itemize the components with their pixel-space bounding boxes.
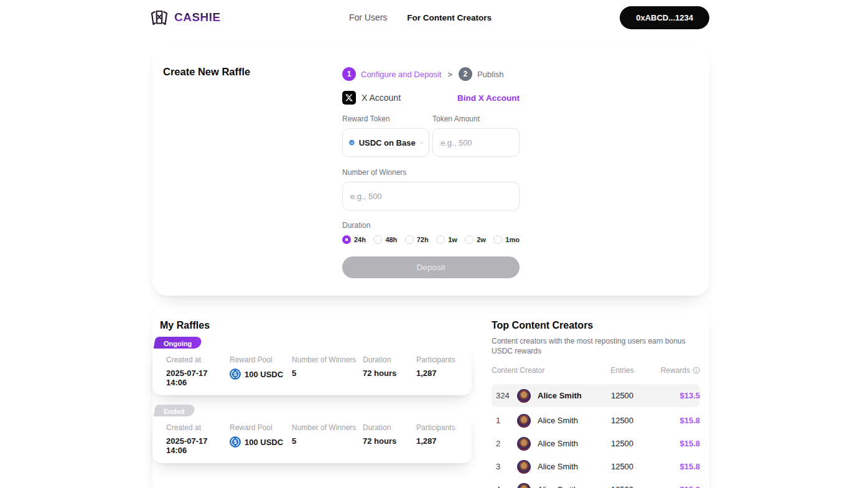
main-nav: For Users For Content Creators	[221, 12, 620, 22]
brand-logo[interactable]: CASHIE	[149, 7, 221, 27]
winners-label: Number of Winners	[342, 168, 520, 177]
duration-radio-1mo[interactable]: 1mo	[493, 235, 520, 244]
reward-token-field: Reward Token $ USDC on Base	[342, 115, 429, 157]
deposit-button[interactable]: Deposit	[342, 256, 520, 278]
creator-row[interactable]: 4 Alice Smith 12500 $15.8	[492, 478, 700, 488]
top-creators-subtitle: Content creators with the most reposting…	[492, 336, 698, 356]
x-account-row: X Account Bind X Account	[342, 91, 520, 105]
duration-radio-1w[interactable]: 1w	[436, 235, 457, 244]
my-raffles-title: My Raffles	[160, 320, 473, 331]
token-amount-label: Token Amount	[432, 115, 520, 123]
raffle-participants-stat: Participants 1,287	[416, 355, 459, 387]
radio-icon	[465, 235, 474, 244]
wallet-address-button[interactable]: 0xABCD...1234	[620, 6, 709, 29]
creator-row[interactable]: 324 Alice Smith 12500 $13.5	[492, 384, 700, 407]
status-badge: Ongoing	[154, 337, 203, 349]
top-creators-section: Top Content Creators Content creators wi…	[492, 320, 700, 488]
duration-options: 24h 48h 72h 1w	[342, 235, 520, 244]
token-amount-input[interactable]	[432, 128, 520, 157]
token-amount-field: Token Amount	[432, 115, 520, 157]
raffle-card[interactable]: Created at 2025-07-17 14:06 Reward Pool …	[152, 415, 472, 463]
creators-table-header: Content Creator Entries Rewards	[492, 366, 700, 375]
radio-icon	[342, 235, 351, 244]
creator-row[interactable]: 1 Alice Smith 12500 $15.8	[492, 409, 700, 432]
winners-input[interactable]	[342, 182, 520, 210]
token-fields-row: Reward Token $ USDC on Base	[342, 115, 520, 157]
step-1-circle: 1	[342, 67, 356, 81]
chevron-right-icon: >	[447, 70, 452, 79]
chevron-down-icon	[420, 141, 423, 145]
reward-token-value: USDC on Base	[359, 138, 416, 148]
radio-icon	[493, 235, 502, 244]
avatar	[517, 483, 531, 488]
raffle-duration-stat: Duration 72 hours	[363, 423, 416, 455]
bind-x-account-link[interactable]: Bind X Account	[457, 93, 520, 103]
create-raffle-card: Create New Raffle 1 Configure and Deposi…	[152, 47, 709, 296]
raffle-pool-stat: Reward Pool $ 100 USDC	[230, 355, 292, 387]
creator-row[interactable]: 2 Alice Smith 12500 $15.8	[492, 432, 700, 455]
avatar	[517, 437, 531, 451]
duration-radio-72h[interactable]: 72h	[405, 235, 429, 244]
usdc-icon: $	[230, 368, 241, 380]
x-logo-icon	[342, 91, 356, 105]
step-1-label: Configure and Deposit	[361, 70, 441, 79]
duration-label: Duration	[342, 221, 520, 230]
radio-icon	[436, 235, 445, 244]
raffle-winners-stat: Number of Winners 5	[292, 355, 363, 387]
x-account-label: X Account	[362, 93, 401, 103]
ticket-logo-icon	[149, 7, 169, 27]
top-creators-title: Top Content Creators	[492, 320, 700, 331]
create-raffle-form: 1 Configure and Deposit > 2 Publish X Ac…	[342, 47, 520, 278]
stepper: 1 Configure and Deposit > 2 Publish	[342, 67, 520, 81]
usdc-icon: $	[349, 137, 355, 148]
avatar	[517, 389, 531, 403]
raffle-duration-stat: Duration 72 hours	[363, 355, 416, 387]
reward-token-label: Reward Token	[342, 115, 429, 123]
raffle-item: Ended Created at 2025-07-17 14:06 Reward…	[152, 405, 473, 463]
create-raffle-title: Create New Raffle	[163, 66, 250, 78]
usdc-icon: $	[230, 436, 241, 448]
my-raffles-section: My Raffles Ongoing Created at 2025-07-17…	[152, 320, 473, 488]
duration-radio-24h[interactable]: 24h	[342, 235, 366, 244]
avatar	[517, 414, 531, 428]
brand-name: CASHIE	[174, 11, 221, 24]
duration-field: Duration 24h 48h 72h	[342, 221, 520, 244]
svg-text:$: $	[233, 371, 236, 377]
top-nav: CASHIE For Users For Content Creators 0x…	[0, 0, 868, 35]
creator-row[interactable]: 3 Alice Smith 12500 $15.8	[492, 455, 700, 478]
raffle-card[interactable]: Created at 2025-07-17 14:06 Reward Pool …	[152, 347, 472, 395]
duration-radio-2w[interactable]: 2w	[465, 235, 486, 244]
svg-text:$: $	[233, 439, 236, 445]
radio-icon	[373, 235, 382, 244]
status-badge: Ended	[154, 405, 195, 416]
nav-for-users[interactable]: For Users	[349, 12, 387, 22]
reward-token-select[interactable]: $ USDC on Base	[342, 128, 429, 157]
step-2-label: Publish	[477, 70, 504, 79]
raffle-created-stat: Created at 2025-07-17 14:06	[166, 423, 230, 455]
step-2-circle: 2	[459, 67, 472, 81]
avatar	[517, 460, 531, 474]
bottom-section-card: My Raffles Ongoing Created at 2025-07-17…	[152, 305, 709, 488]
raffle-winners-stat: Number of Winners 5	[292, 423, 363, 455]
raffle-item: Ongoing Created at 2025-07-17 14:06 Rewa…	[152, 337, 473, 395]
info-icon[interactable]	[693, 367, 700, 374]
radio-icon	[405, 235, 414, 244]
duration-radio-48h[interactable]: 48h	[373, 235, 397, 244]
raffle-created-stat: Created at 2025-07-17 14:06	[166, 355, 230, 387]
raffle-participants-stat: Participants 1,287	[416, 423, 459, 455]
winners-field: Number of Winners	[342, 168, 520, 210]
raffle-pool-stat: Reward Pool $ 100 USDC	[230, 423, 292, 455]
page: CASHIE For Users For Content Creators 0x…	[0, 0, 868, 488]
nav-for-content-creators[interactable]: For Content Creators	[407, 13, 492, 22]
